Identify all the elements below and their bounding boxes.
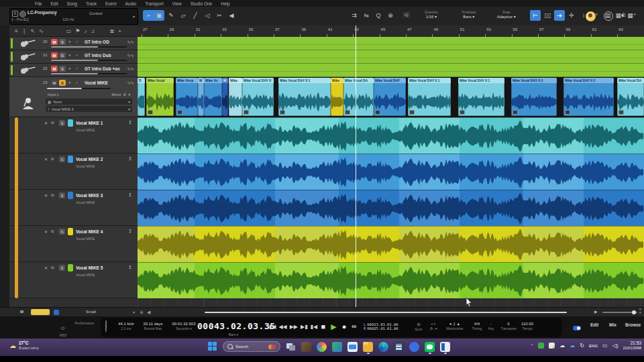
listen-tool[interactable]: ◀ bbox=[226, 10, 237, 21]
duplicate-icon[interactable]: ⧉ bbox=[51, 193, 54, 198]
tray-app-icon[interactable] bbox=[538, 343, 544, 349]
audio-clip[interactable]: Mike Vocal DA bbox=[343, 78, 374, 116]
file-explorer-icon[interactable] bbox=[363, 342, 373, 352]
menu-item-file[interactable]: File bbox=[35, 1, 42, 6]
track-size-select[interactable]: Small bbox=[86, 310, 96, 314]
list-icon[interactable]: ≣ bbox=[140, 310, 144, 315]
dual-view-icon[interactable]: ▯▯ bbox=[542, 10, 553, 21]
menu-item-help[interactable]: Help bbox=[221, 1, 229, 6]
guitar-events-region[interactable] bbox=[138, 37, 644, 77]
timeline-ruler[interactable]: 2729313335373941434547495153555759616365 bbox=[138, 25, 644, 38]
loop-locators[interactable]: L00013.03.01.00 R00025.01.01.00 bbox=[364, 322, 411, 330]
solo-button[interactable]: S bbox=[59, 192, 65, 198]
duplicate-icon[interactable]: ⧉ bbox=[51, 157, 54, 162]
zoom-arrow-icon[interactable]: ▶ bbox=[594, 309, 598, 314]
clock[interactable]: 21:53 21/01/2568 bbox=[623, 341, 641, 351]
volume-slider[interactable] bbox=[51, 60, 127, 61]
cloud-icon[interactable]: ☁ bbox=[559, 343, 565, 349]
duplicate-icon[interactable]: ⧉ bbox=[51, 265, 54, 270]
gear-icon[interactable]: ⚙ bbox=[123, 93, 126, 97]
zoom-slider-knob[interactable] bbox=[632, 310, 636, 314]
audio-clip[interactable]: Mike Vocal DAY II 3 bbox=[511, 78, 557, 116]
chevron-down-icon[interactable]: ▾ bbox=[128, 107, 130, 111]
teams-icon[interactable] bbox=[409, 342, 419, 352]
guitar-event[interactable] bbox=[138, 37, 644, 50]
audio-clip[interactable]: Mike Vocal DAY bbox=[374, 78, 406, 116]
lane-content-3[interactable] bbox=[138, 190, 644, 226]
audio-clip[interactable]: Mike Vocal bbox=[146, 78, 174, 116]
record-arm-icon[interactable]: ● bbox=[68, 40, 71, 44]
follow-toggle[interactable]: ➔ bbox=[554, 10, 565, 21]
iq-toggle[interactable]: IQ bbox=[402, 11, 411, 18]
monitor-toggle-icon[interactable]: ◐ bbox=[76, 80, 78, 84]
duplicate-icon[interactable]: ⧉ bbox=[51, 229, 54, 234]
footer-blue-icon[interactable] bbox=[54, 310, 59, 315]
track-header-22[interactable]: 22 M S ● ◐ GT Intro Dub +oc ∿∿ bbox=[9, 64, 138, 77]
grid-add-icon[interactable]: ▦⁺ bbox=[627, 10, 637, 21]
lane-header-1[interactable]: ✕ ⧉ S Vocal MIKE 1 Vocal MIKE ↥ bbox=[9, 117, 138, 154]
weather-widget[interactable]: ☁ 27°Cมีเมฆบางส่วน bbox=[9, 341, 39, 351]
nudge-icon[interactable]: ⇉ bbox=[349, 10, 360, 21]
start-button[interactable] bbox=[208, 342, 217, 351]
edge-icon[interactable] bbox=[378, 342, 388, 352]
promote-icon[interactable]: ↥ bbox=[128, 156, 132, 162]
audio-clip[interactable]: Mike Vocal DAY II bbox=[242, 78, 274, 116]
metronome-control[interactable]: ● ⚷ ▲ Metronome bbox=[440, 322, 470, 330]
solo-button[interactable]: S bbox=[59, 39, 66, 45]
lane-name[interactable]: Vocal MIKE 4 bbox=[76, 229, 103, 234]
menu-item-song[interactable]: Song bbox=[67, 1, 77, 6]
promote-icon[interactable]: ↥ bbox=[128, 265, 132, 270]
playhead[interactable] bbox=[356, 25, 356, 307]
mute-button[interactable]: M bbox=[51, 52, 58, 58]
solo-button[interactable]: S bbox=[59, 156, 65, 162]
stretch-icon[interactable]: ⇋ bbox=[361, 10, 372, 21]
footer-m-button[interactable]: M bbox=[20, 310, 23, 314]
next-bar-button[interactable]: ▶▮ bbox=[301, 324, 308, 330]
menu-item-edit[interactable]: Edit bbox=[50, 1, 58, 6]
cursor-icon[interactable]: ❘ bbox=[22, 28, 27, 34]
bend-tool[interactable]: ✂ bbox=[214, 10, 225, 21]
timing-display[interactable]: 4/4 Timing bbox=[468, 322, 486, 330]
lane-content-5[interactable] bbox=[138, 262, 644, 298]
lane-name[interactable]: Vocal MIKE 5 bbox=[76, 265, 103, 270]
browse-view-button[interactable]: Browse bbox=[625, 322, 641, 327]
close-icon[interactable]: ✕ bbox=[44, 193, 48, 198]
audio-clip[interactable]: M bbox=[198, 78, 204, 116]
tray-photo-icon[interactable] bbox=[549, 343, 555, 349]
audio-clip[interactable]: Mike Vocal DAY II 1 bbox=[408, 78, 451, 116]
knob-icon[interactable] bbox=[19, 11, 26, 17]
record-arm-icon[interactable]: ● bbox=[68, 66, 71, 70]
tempo-display[interactable]: 110.00 Tempo bbox=[518, 322, 537, 330]
close-icon[interactable]: ✕ bbox=[44, 229, 48, 234]
forward-button[interactable]: ▶▶ bbox=[290, 324, 298, 330]
task-view-icon[interactable] bbox=[286, 342, 296, 352]
lane-header-3[interactable]: ✕ ⧉ S Vocal MIKE 3 Vocal MIKE ↥ bbox=[9, 190, 138, 226]
loop-icon[interactable]: ∞ bbox=[352, 322, 356, 331]
track-list-icon[interactable]: ≡ bbox=[15, 28, 18, 34]
audio-clip[interactable]: Mike Vo bbox=[204, 78, 222, 116]
lane-header-2[interactable]: ✕ ⧉ S Vocal MIKE 2 Vocal MIKE ↥ bbox=[9, 154, 138, 190]
audio-clip[interactable]: Mike Voca bbox=[176, 78, 198, 116]
note-icon[interactable]: ♪ bbox=[85, 28, 87, 34]
sync-toggle[interactable]: ⊙ Sync bbox=[411, 322, 427, 331]
lane-name[interactable]: Vocal MIKE 3 bbox=[76, 193, 103, 198]
split-tool[interactable]: ╱ bbox=[190, 10, 201, 21]
solo-button[interactable]: S bbox=[59, 66, 66, 72]
volume-slider[interactable] bbox=[51, 46, 127, 48]
macros-icon[interactable]: ⊕ bbox=[385, 10, 396, 21]
track-name[interactable]: Vocal MIKE bbox=[85, 80, 108, 85]
mute-button[interactable]: M bbox=[51, 80, 58, 86]
solo-button[interactable]: S bbox=[59, 265, 65, 271]
record-button[interactable]: ● bbox=[342, 322, 347, 331]
key-display[interactable]: - Key bbox=[484, 322, 498, 330]
chevrons-icon[interactable]: ▾▾ bbox=[639, 308, 641, 314]
io-select[interactable]: ▦ None ▾ bbox=[46, 99, 132, 105]
lane-header-4[interactable]: ✕ ⧉ S Vocal MIKE 4 Vocal MIKE ↥ bbox=[9, 226, 138, 262]
audio-clip[interactable]: Mike bbox=[331, 78, 343, 116]
solo-button[interactable]: S bbox=[59, 229, 65, 235]
edit-view-button[interactable]: Edit bbox=[590, 322, 598, 327]
mute-button[interactable]: M bbox=[51, 39, 58, 45]
output-select[interactable]: ⌇ Vocal MIKE 6 ▾ bbox=[46, 106, 132, 112]
eraser-tool[interactable]: ▱ bbox=[178, 10, 189, 21]
track-name[interactable]: GT Intro OD bbox=[85, 40, 109, 44]
